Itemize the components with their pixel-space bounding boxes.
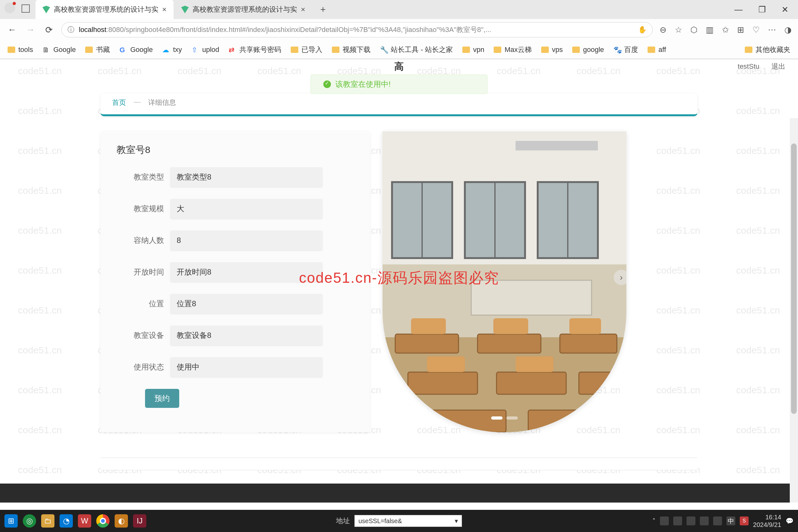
reading-mode-icon[interactable]: ✋ [638, 26, 647, 34]
bookmark-baidu[interactable]: 🐾百度 [613, 45, 638, 55]
carousel-dot[interactable] [506, 416, 518, 420]
reserve-button[interactable]: 预约 [145, 389, 179, 408]
bookmark-vps[interactable]: vps [541, 45, 563, 54]
taskbar-app-explorer[interactable]: 🗀 [41, 514, 55, 528]
back-button[interactable]: ← [6, 25, 18, 35]
bookmark-overflow[interactable]: 其他收藏夹 [745, 45, 791, 55]
form-label: 教室类型 [116, 172, 170, 182]
more-icon[interactable]: ⋯ [768, 25, 776, 35]
bookmark-maxcloud[interactable]: Max云梯 [494, 45, 532, 55]
taskbar-app-wps[interactable]: W [78, 514, 91, 528]
taskbar-app-pycharm[interactable]: ◐ [115, 514, 128, 528]
notifications-icon[interactable]: 💬 [786, 517, 794, 525]
cloud-icon: ☁ [162, 46, 170, 54]
form-label: 容纳人数 [116, 235, 170, 245]
folder-icon [572, 46, 580, 53]
windows-taskbar: ⊞ ◎ 🗀 ◔ W ◐ IJ 地址 useSSL=false& ▾ ˄ 中 S … [0, 510, 798, 532]
favorite-icon[interactable]: ☆ [675, 25, 682, 35]
bookmark-tools[interactable]: tools [7, 45, 33, 54]
toast-text: 该教室在使用中! [335, 79, 391, 89]
zoom-out-icon[interactable]: ⊖ [660, 25, 667, 35]
browser-tab-active[interactable]: 高校教室资源管理系统的设计与实 × [36, 0, 173, 19]
tray-sogou-icon[interactable]: S [740, 516, 748, 525]
favorites-list-icon[interactable]: ✩ [722, 25, 729, 35]
tray-volume-icon[interactable] [700, 516, 709, 525]
svg-rect-23 [515, 356, 553, 372]
extensions-icon[interactable]: ⬡ [690, 25, 698, 35]
form-label: 开放时间 [116, 267, 170, 277]
form-value: 使用中 [170, 357, 322, 377]
tray-network-icon[interactable] [686, 516, 696, 525]
bookmark-video[interactable]: 视频下载 [332, 45, 370, 55]
toolbar-icons: ⊖ ☆ ⬡ ▥ ✩ ⊞ ♡ ⋯ ◑ [660, 25, 792, 35]
taskbar-app-edge[interactable]: ◔ [59, 514, 73, 528]
upload-icon: ⇧ [192, 46, 199, 54]
app-header: 高 testStu 退出 [0, 59, 798, 74]
browser-chrome: 高校教室资源管理系统的设计与实 × 高校教室资源管理系统的设计与实 × + — … [0, 0, 798, 59]
bookmark-shucang[interactable]: 书藏 [85, 45, 110, 55]
split-screen-icon[interactable]: ▥ [706, 25, 714, 35]
address-bar[interactable]: ⓘ localhost:8080/springboot4e80m/front/d… [61, 22, 653, 37]
vue-favicon-icon [42, 6, 50, 13]
form-value: 教室设备8 [170, 325, 322, 345]
user-label[interactable]: testStu [738, 62, 759, 71]
logout-button[interactable]: 退出 [768, 60, 788, 73]
folder-icon [462, 46, 470, 53]
tab-close-icon[interactable]: × [301, 5, 305, 14]
bookmark-aff[interactable]: aff [648, 45, 666, 54]
scroll-thumb[interactable] [791, 144, 797, 414]
browser-tab-inactive[interactable]: 高校教室资源管理系统的设计与实 × [174, 0, 312, 19]
bookmark-uplod[interactable]: ⇧uplod [192, 45, 220, 54]
taskbar-app-idea[interactable]: IJ [133, 514, 146, 528]
clock-time: 16:14 [753, 513, 781, 521]
bookmark-share[interactable]: ⇄共享账号密码 [229, 45, 281, 55]
chevron-down-icon[interactable]: ▾ [455, 517, 458, 525]
tab-actions-icon[interactable] [21, 4, 30, 13]
collections-icon[interactable]: ⊞ [737, 25, 744, 35]
new-tab-button[interactable]: + [317, 3, 329, 16]
carousel-dot[interactable] [491, 416, 502, 420]
form-row-location: 位置 位置8 [116, 294, 354, 314]
page-icon: 🗎 [42, 46, 50, 54]
profile-avatar-icon[interactable] [4, 2, 15, 13]
form-label: 使用状态 [116, 362, 170, 372]
taskbar-app-browser[interactable]: ◎ [23, 514, 36, 528]
tab-title: 高校教室资源管理系统的设计与实 [192, 5, 297, 14]
tray-icon[interactable] [660, 516, 669, 525]
carousel-next-button[interactable]: › [614, 270, 626, 285]
breadcrumb-home[interactable]: 首页 [112, 98, 126, 107]
ime-indicator[interactable]: 中 [726, 516, 735, 525]
maximize-icon[interactable]: ❐ [758, 5, 766, 15]
site-info-icon[interactable]: ⓘ [68, 25, 74, 35]
tray-chevron-up-icon[interactable]: ˄ [652, 517, 656, 525]
folder-icon [7, 46, 15, 53]
bookmark-imported[interactable]: 已导入 [291, 45, 322, 55]
url-text: localhost:8080/springboot4e80m/front/dis… [79, 25, 634, 35]
copilot-icon[interactable]: ◑ [784, 25, 792, 35]
site-icon: 🔧 [380, 46, 387, 54]
clock-date: 2024/9/21 [753, 521, 781, 529]
vertical-scrollbar[interactable] [790, 118, 798, 502]
bookmark-google[interactable]: 🗎Google [42, 45, 76, 54]
form-title: 教室号8 [116, 144, 354, 156]
breadcrumb: 首页 — 详细信息 [112, 98, 686, 107]
svg-rect-14 [408, 372, 477, 394]
app-title: 高 [394, 60, 404, 73]
tray-battery-icon[interactable] [713, 516, 722, 525]
close-window-icon[interactable]: ✕ [781, 5, 788, 15]
tray-icon[interactable] [673, 516, 682, 525]
taskbar-addr-input[interactable]: useSSL=false& ▾ [354, 515, 462, 527]
bookmark-zhanzhang[interactable]: 🔧站长工具 - 站长之家 [380, 45, 453, 55]
bookmark-vpn[interactable]: vpn [462, 45, 484, 54]
bookmark-google2[interactable]: GGoogle [119, 45, 153, 54]
refresh-button[interactable]: ⟳ [43, 25, 55, 35]
taskbar-clock[interactable]: 16:14 2024/9/21 [753, 513, 781, 529]
bookmark-google3[interactable]: google [572, 45, 604, 54]
tab-close-icon[interactable]: × [162, 5, 167, 14]
bookmark-txy[interactable]: ☁txy [162, 45, 182, 54]
browser-essentials-icon[interactable]: ♡ [753, 25, 760, 35]
svg-rect-13 [560, 334, 617, 353]
start-button[interactable]: ⊞ [4, 514, 18, 528]
minimize-icon[interactable]: — [734, 5, 743, 15]
taskbar-app-chrome[interactable] [96, 514, 110, 528]
